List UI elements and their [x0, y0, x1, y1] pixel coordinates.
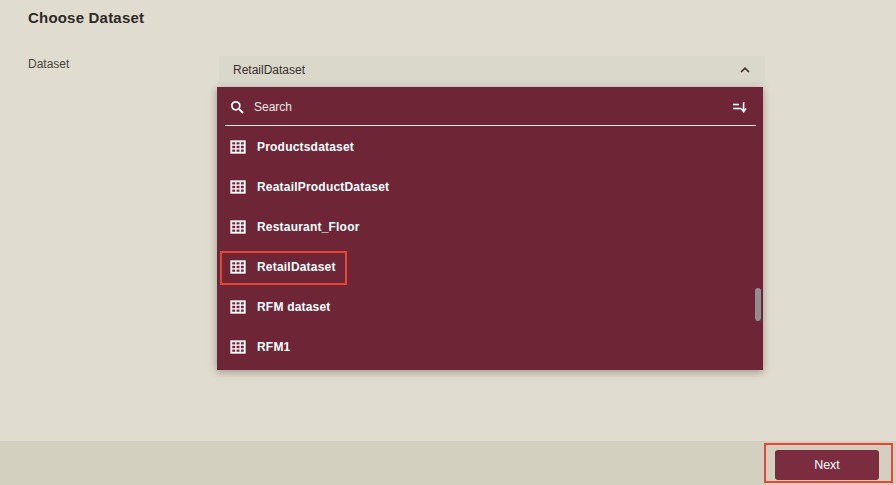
sort-icon[interactable]: [731, 100, 747, 114]
dataset-option[interactable]: Productsdataset: [217, 127, 763, 167]
dataset-option-label: RFM dataset: [257, 300, 331, 314]
footer-bar: [0, 441, 896, 485]
dropdown-search-row: [217, 87, 763, 126]
search-underline: [225, 125, 756, 126]
dataset-option-label: RetailDataset: [257, 260, 336, 274]
dataset-option-list: Productsdataset ReatailProductDataset: [217, 127, 763, 367]
choose-dataset-screen: Choose Dataset Dataset RetailDataset: [0, 0, 896, 485]
dataset-option-label: Restaurant_Floor: [257, 220, 360, 234]
dataset-option[interactable]: Restaurant_Floor: [217, 207, 763, 247]
dataset-option-label: ReatailProductDataset: [257, 180, 389, 194]
dataset-option[interactable]: RFM dataset: [217, 287, 763, 327]
search-icon: [230, 100, 244, 114]
dataset-option[interactable]: ReatailProductDataset: [217, 167, 763, 207]
scrollbar-thumb[interactable]: [755, 288, 761, 321]
table-icon: [230, 259, 246, 275]
dataset-option-retaildataset[interactable]: RetailDataset: [217, 247, 763, 287]
table-icon: [230, 299, 246, 315]
dataset-select-value: RetailDataset: [233, 63, 739, 77]
dataset-select[interactable]: RetailDataset: [219, 56, 765, 84]
next-button[interactable]: Next: [775, 450, 879, 480]
table-icon: [230, 139, 246, 155]
dataset-option-label: Productsdataset: [257, 140, 354, 154]
table-icon: [230, 339, 246, 355]
dataset-dropdown-panel: Productsdataset ReatailProductDataset: [217, 87, 763, 370]
dataset-field-label: Dataset: [28, 57, 69, 71]
dataset-option[interactable]: RFM1: [217, 327, 763, 367]
table-icon: [230, 179, 246, 195]
page-title: Choose Dataset: [28, 9, 144, 26]
chevron-up-icon: [739, 66, 751, 74]
search-input[interactable]: [254, 100, 721, 114]
dataset-option-label: RFM1: [257, 340, 290, 354]
table-icon: [230, 219, 246, 235]
